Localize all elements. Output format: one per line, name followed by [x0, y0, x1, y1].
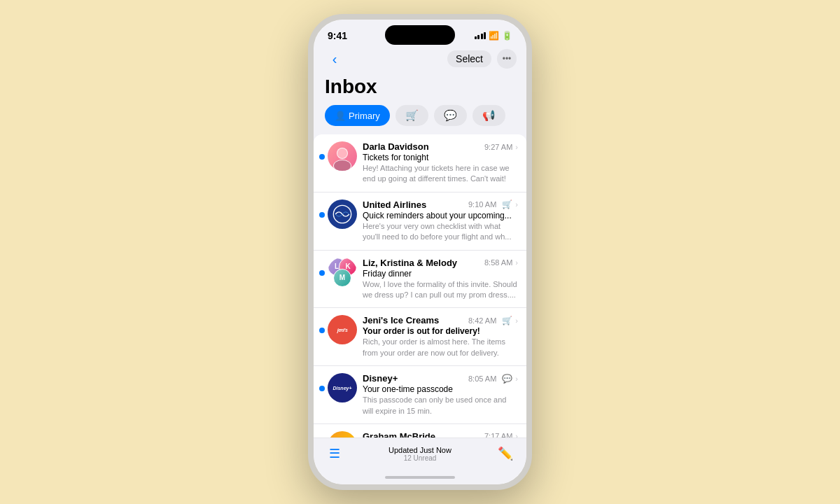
- email-preview-darla: Hey! Attaching your tickets here in case…: [363, 163, 518, 185]
- home-indicator: [314, 470, 526, 484]
- update-title: Updated Just Now: [344, 446, 496, 454]
- email-content-united: United Airlines 9:10 AM 🛒 › Quick remind…: [363, 200, 518, 243]
- chevron-jenis: ›: [515, 316, 518, 325]
- email-sender-group: Liz, Kristina & Melody: [363, 258, 457, 268]
- wifi-icon: 📶: [489, 31, 499, 41]
- email-item-graham[interactable]: GM Graham McBride 7:17 AM › Tell us if y…: [314, 424, 526, 438]
- content-area: Inbox 👤 Primary 🛒 💬 📢: [314, 76, 526, 438]
- email-subject-disney: Your one-time passcode: [363, 384, 518, 394]
- email-item-united[interactable]: United Airlines 9:10 AM 🛒 › Quick remind…: [314, 192, 526, 251]
- avatar-disney: Disney+: [328, 373, 357, 402]
- email-content-disney: Disney+ 8:05 AM 💬 › Your one-time passco…: [363, 373, 518, 416]
- avatar-darla: [328, 141, 357, 171]
- nav-actions: Select •••: [447, 49, 517, 69]
- tab-shopping[interactable]: 🛒: [396, 105, 428, 126]
- battery-icon: 🔋: [502, 31, 512, 41]
- shopping-icon: 🛒: [405, 109, 419, 122]
- email-subject-united: Quick reminders about your upcoming...: [363, 211, 518, 220]
- list-icon: ☰: [329, 446, 340, 461]
- email-list: Darla Davidson 9:27 AM › Tickets for ton…: [314, 134, 526, 438]
- email-preview-disney: This passcode can only be used once and …: [363, 395, 518, 416]
- phone-screen: 9:41 📶 🔋 ‹ Select: [314, 20, 526, 484]
- email-sender-graham: Graham McBride: [363, 431, 435, 438]
- back-icon: ‹: [332, 51, 337, 67]
- back-button[interactable]: ‹: [323, 48, 346, 70]
- inbox-title: Inbox: [314, 76, 526, 105]
- email-preview-jenis: Rich, your order is almost here. The ite…: [363, 337, 518, 358]
- email-time-darla: 9:27 AM: [484, 143, 512, 151]
- nav-bar: ‹ Select •••: [314, 45, 526, 76]
- email-item-group[interactable]: L K M Liz, Kristina & Melody 8:58 AM › F: [314, 251, 526, 309]
- unread-dot-group: [319, 270, 325, 276]
- avatar-group: L K M: [328, 258, 357, 287]
- primary-label: Primary: [349, 111, 380, 121]
- svg-point-2: [337, 148, 347, 158]
- email-content-group: Liz, Kristina & Melody 8:58 AM › Friday …: [363, 258, 518, 301]
- email-content-darla: Darla Davidson 9:27 AM › Tickets for ton…: [363, 141, 518, 185]
- new-email-button[interactable]: ✏️: [496, 444, 515, 463]
- email-time-united: 9:10 AM: [468, 200, 496, 209]
- message-badge-disney: 💬: [502, 374, 512, 384]
- chevron-graham: ›: [515, 432, 518, 438]
- chevron-darla: ›: [515, 143, 518, 151]
- signal-icon: [475, 32, 486, 39]
- email-time-group: 8:58 AM: [484, 258, 512, 267]
- update-sub: 12 Unread: [344, 454, 496, 462]
- email-time-graham: 7:17 AM: [484, 432, 512, 438]
- email-sender-united: United Airlines: [363, 200, 426, 210]
- email-subject-darla: Tickets for tonight: [363, 153, 518, 162]
- unread-dot-united: [319, 212, 325, 218]
- compose-button[interactable]: ☰: [325, 444, 344, 463]
- unread-dot-darla: [319, 154, 325, 160]
- tab-primary[interactable]: 👤 Primary: [325, 105, 390, 126]
- tab-messages[interactable]: 💬: [434, 105, 467, 126]
- email-item-disney[interactable]: Disney+ Disney+ 8:05 AM 💬 › Your one-tim…: [314, 366, 526, 424]
- avatar-united: [328, 200, 357, 229]
- email-time-jenis: 8:42 AM: [468, 316, 496, 325]
- phone-wrapper: 9:41 📶 🔋 ‹ Select: [308, 14, 532, 490]
- avatar-jenis: jeni's: [328, 315, 357, 344]
- email-subject-group: Friday dinner: [363, 269, 518, 279]
- bottom-bar: ☰ Updated Just Now 12 Unread ✏️: [314, 438, 526, 470]
- email-item-jenis[interactable]: jeni's Jeni's Ice Creams 8:42 AM 🛒 › You…: [314, 308, 526, 366]
- unread-dot-jenis: [319, 328, 325, 333]
- shopping-badge-jenis: 🛒: [502, 316, 512, 326]
- chevron-disney: ›: [515, 374, 518, 383]
- more-button[interactable]: •••: [497, 49, 517, 69]
- tab-promotions[interactable]: 📢: [472, 105, 505, 126]
- unread-dot-disney: [319, 386, 325, 391]
- email-time-disney: 8:05 AM: [468, 374, 496, 383]
- filter-tabs: 👤 Primary 🛒 💬 📢: [314, 105, 526, 134]
- status-icons: 📶 🔋: [475, 31, 513, 41]
- email-sender-disney: Disney+: [363, 373, 398, 384]
- chevron-united: ›: [515, 200, 518, 209]
- avatar-graham: GM: [328, 431, 357, 438]
- email-preview-united: Here's your very own checklist with what…: [363, 221, 518, 243]
- shopping-badge-united: 🛒: [502, 200, 512, 209]
- more-icon: •••: [503, 54, 512, 64]
- status-time: 9:41: [328, 30, 347, 41]
- home-bar: [385, 476, 455, 479]
- email-item-darla[interactable]: Darla Davidson 9:27 AM › Tickets for ton…: [314, 134, 526, 192]
- email-preview-group: Wow, I love the formality of this invite…: [363, 279, 518, 301]
- email-subject-jenis: Your order is out for delivery!: [363, 326, 518, 336]
- promotions-icon: 📢: [482, 109, 496, 122]
- messages-icon: 💬: [444, 109, 457, 122]
- email-content-graham: Graham McBride 7:17 AM › Tell us if you …: [363, 431, 518, 438]
- select-button[interactable]: Select: [447, 50, 491, 67]
- dynamic-island: [385, 25, 455, 45]
- email-sender-darla: Darla Davidson: [363, 141, 429, 152]
- compose-icon: ✏️: [498, 446, 513, 461]
- chevron-group: ›: [515, 258, 518, 267]
- update-status: Updated Just Now 12 Unread: [344, 446, 496, 462]
- email-sender-jenis: Jeni's Ice Creams: [363, 315, 439, 326]
- primary-icon: 👤: [335, 111, 346, 121]
- email-content-jenis: Jeni's Ice Creams 8:42 AM 🛒 › Your order…: [363, 315, 518, 358]
